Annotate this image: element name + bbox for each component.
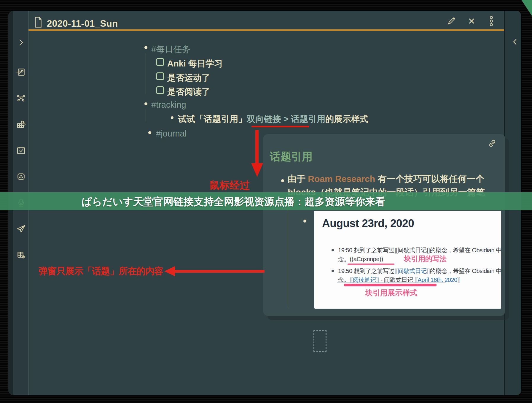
hover-annotation-label: 鼠标经过 bbox=[209, 179, 250, 192]
display-style-label: 块引用展示样式 bbox=[365, 288, 417, 298]
red-underline-annotation bbox=[251, 126, 309, 127]
bullet-dot bbox=[144, 102, 147, 105]
bullet-dot bbox=[281, 179, 284, 182]
bullet-dot bbox=[144, 46, 147, 49]
tag-tracking[interactable]: #tracking bbox=[151, 100, 186, 110]
graph-view-icon[interactable] bbox=[15, 93, 27, 104]
card-bullet-dot bbox=[332, 249, 334, 251]
card-item2-line2: 念。[[阅读笔记]] - 间歇式日记 [[April 16th, 2020]] bbox=[338, 276, 500, 284]
card-title: August 23rd, 2020 bbox=[322, 217, 414, 230]
edit-pencil-icon[interactable] bbox=[446, 16, 456, 26]
checkbox-anki[interactable] bbox=[156, 58, 164, 66]
more-options-icon[interactable] bbox=[486, 16, 496, 26]
embedded-block-card: August 23rd, 2020 19:50 想到了之前写过[[间歇式日记]]… bbox=[314, 211, 501, 309]
popup-note-label: 弹窗只展示「话题」所在的内容 bbox=[39, 265, 163, 277]
popup-note-annotation: 弹窗只展示「话题」所在的内容 bbox=[39, 265, 265, 277]
tracking-line-pre: 试试「话题引用」 bbox=[178, 114, 247, 124]
screenshot-stage: 2020-11-01_Sun ✕ #每日任务 Anki 每日学习 是否运动了 是… bbox=[0, 0, 532, 403]
pink-underline-annotation bbox=[348, 264, 394, 265]
tag-journal[interactable]: #journal bbox=[156, 129, 187, 139]
card-item2-pre: 19:50 想到了之前写过 bbox=[338, 268, 394, 274]
tracking-line: 试试「话题引用」双向链接 > 话题引用的展示样式 bbox=[178, 113, 368, 125]
reference-underline bbox=[337, 282, 446, 283]
roam-research-link[interactable]: Roam Research bbox=[308, 174, 375, 184]
left-arrow-shaft bbox=[175, 270, 265, 273]
card-item1-line1: 19:50 想到了之前写过[[间歇式日记]]的概念，希望在 Obsidian 中 bbox=[338, 246, 500, 254]
dice-icon[interactable] bbox=[15, 171, 27, 182]
link-chain-icon[interactable] bbox=[487, 138, 497, 148]
checkbox-label: 是否阅读了 bbox=[167, 86, 210, 98]
red-arrow-annotation bbox=[255, 130, 259, 164]
random-blocks-icon[interactable] bbox=[15, 119, 27, 130]
left-arrow-head bbox=[164, 266, 175, 276]
popup-line1-pre: 由于 bbox=[288, 174, 308, 184]
bullet-dot bbox=[303, 220, 306, 223]
tracking-line-post: 的展示样式 bbox=[325, 114, 368, 124]
wiki-bracket: [[ bbox=[394, 268, 397, 274]
checkbox-reading[interactable] bbox=[156, 86, 164, 94]
card-item2-line1: 19:50 想到了之前写过[[间歇式日记]]的概念，希望在 Obsidian 中 bbox=[338, 267, 500, 275]
indent-guide bbox=[146, 109, 146, 122]
red-arrow-head bbox=[251, 163, 263, 177]
tag-daily-tasks[interactable]: #每日任务 bbox=[151, 44, 190, 55]
card-bullet-dot bbox=[332, 270, 334, 272]
document-icon bbox=[33, 17, 43, 27]
hover-preview-popup: 话题引用 由于 Roam Research 有一个技巧可以将任何一个 block… bbox=[263, 134, 505, 316]
indent-guide bbox=[146, 53, 146, 94]
page-title: 2020-11-01_Sun bbox=[47, 18, 118, 29]
close-icon[interactable]: ✕ bbox=[466, 16, 477, 26]
paper-plane-icon[interactable] bbox=[15, 223, 27, 234]
wiki-bracket: ]] bbox=[457, 277, 460, 283]
table-settings-icon[interactable] bbox=[15, 249, 27, 261]
popup-title: 话题引用 bbox=[270, 150, 313, 164]
checkbox-exercise[interactable] bbox=[156, 72, 164, 80]
pink-bar-annotation bbox=[344, 284, 437, 286]
popup-line1-post: 有一个技巧可以将任何一个 bbox=[375, 174, 484, 184]
banner-overlay: ぱらだいす天堂官网链接支持全网影视资源点播：超多资源等你来看 bbox=[0, 192, 532, 210]
expand-right-icon[interactable] bbox=[15, 37, 27, 48]
collapse-right-panel-icon[interactable] bbox=[511, 37, 520, 46]
calendar-check-icon[interactable] bbox=[15, 145, 27, 156]
wiki-bracket: ]] bbox=[427, 268, 430, 274]
link-topic-reference[interactable]: 双向链接 > 话题引用 bbox=[247, 114, 325, 124]
writing-style-label: 块引用的写法 bbox=[404, 254, 447, 264]
bullet-dot bbox=[171, 116, 173, 119]
background-corner-accent bbox=[520, 0, 532, 16]
title-accent-rule bbox=[28, 29, 504, 31]
ghost-placeholder bbox=[313, 330, 326, 352]
checkbox-label: Anki 每日学习 bbox=[167, 58, 223, 70]
slide-in-note-icon[interactable] bbox=[15, 66, 27, 78]
card-item2-post: 的概念，希望在 Obsidian 中 bbox=[430, 268, 502, 274]
bullet-dot bbox=[148, 131, 151, 134]
wiki-link-diary[interactable]: 间歇式日记 bbox=[398, 268, 427, 274]
card-item1-line2-pre: 念。 bbox=[338, 256, 350, 262]
checkbox-label: 是否运动了 bbox=[167, 72, 210, 84]
banner-text[interactable]: ぱらだいす天堂官网链接支持全网影视资源点播：超多资源等你来看 bbox=[0, 195, 532, 209]
block-ref-code[interactable]: ((aCqxrinpe)) bbox=[350, 256, 383, 262]
